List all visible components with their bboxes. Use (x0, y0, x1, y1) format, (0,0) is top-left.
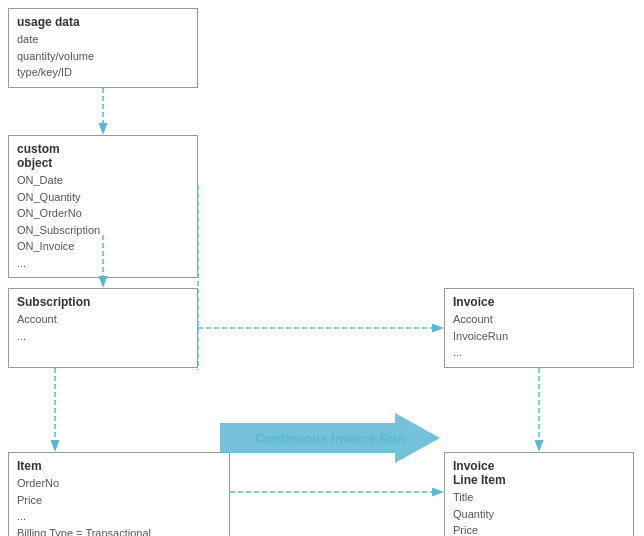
invoice-title: Invoice (453, 295, 625, 309)
custom-object-box: customobject ON_Date ON_Quantity ON_Orde… (8, 135, 198, 278)
item-fields: OrderNo Price ... Billing Type = Transac… (17, 475, 221, 536)
invoice-line-item-box: InvoiceLine Item Title Quantity Price Da… (444, 452, 634, 536)
continuous-invoice-run-label: Continuous Invoice Run (220, 408, 440, 468)
item-title: Item (17, 459, 221, 473)
custom-object-fields: ON_Date ON_Quantity ON_OrderNo ON_Subscr… (17, 172, 189, 271)
custom-object-title: customobject (17, 142, 189, 170)
subscription-box: Subscription Account ... (8, 288, 198, 368)
invoice-line-item-title: InvoiceLine Item (453, 459, 625, 487)
usage-data-box: usage data date quantity/volume type/key… (8, 8, 198, 88)
item-box: Item OrderNo Price ... Billing Type = Tr… (8, 452, 230, 536)
subscription-fields: Account ... (17, 311, 189, 344)
subscription-title: Subscription (17, 295, 189, 309)
invoice-fields: Account InvoiceRun ... (453, 311, 625, 361)
invoice-box: Invoice Account InvoiceRun ... (444, 288, 634, 368)
usage-data-title: usage data (17, 15, 189, 29)
invoice-line-item-fields: Title Quantity Price Date ... (453, 489, 625, 536)
usage-data-fields: date quantity/volume type/key/ID (17, 31, 189, 81)
